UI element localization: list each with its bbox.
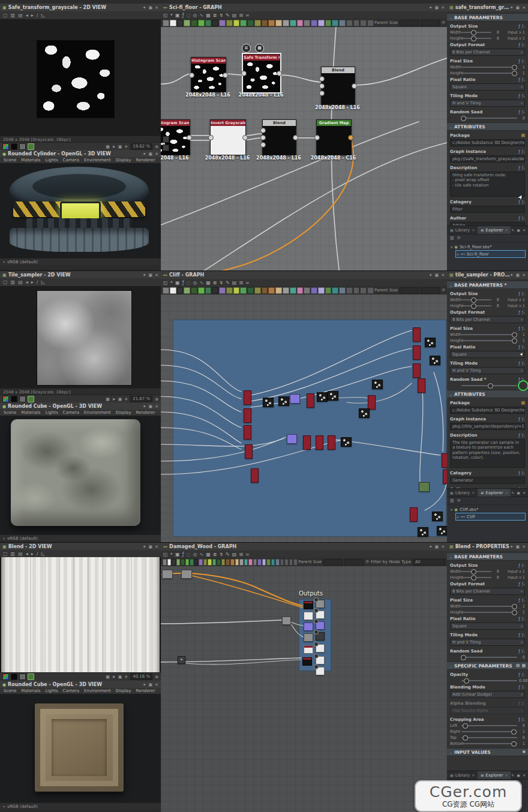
pan-icon[interactable]: ✛ — [124, 675, 128, 679]
input-port-2[interactable] — [319, 91, 325, 96]
palette-node-13[interactable] — [254, 287, 261, 294]
tab-library[interactable]: ▤Library✕ — [447, 771, 478, 779]
expand-arrow-icon[interactable]: ▸ — [457, 252, 459, 256]
slider-knob[interactable] — [512, 71, 517, 76]
menu-environment[interactable]: Environment — [84, 688, 111, 693]
slider-knob[interactable] — [471, 575, 476, 581]
function-icon[interactable]: ƒₓ — [522, 345, 525, 350]
menu-lights[interactable]: Lights — [45, 158, 58, 163]
save-icon[interactable]: ▥ — [11, 279, 16, 285]
palette-node-12[interactable] — [217, 559, 221, 566]
parent-size-height-select[interactable] — [344, 559, 364, 566]
transform-node[interactable] — [181, 570, 192, 579]
mini-node-thumbnail[interactable] — [418, 527, 428, 537]
view3d-viewport[interactable] — [0, 163, 161, 258]
palette-node-25[interactable] — [339, 287, 346, 294]
folder-open-icon[interactable]: ▤ — [521, 133, 525, 138]
description-textarea[interactable]: tiling safe transform node: - pixel wrap… — [450, 172, 525, 197]
wrench-icon[interactable]: ✦ — [143, 404, 146, 409]
palette-node-8[interactable] — [199, 559, 203, 566]
palette-node-2[interactable] — [177, 20, 184, 26]
tab-close-icon[interactable]: ✕ — [472, 773, 475, 777]
tree-child-row[interactable]: ▸⊷Sci-fi_floor — [455, 250, 526, 258]
slider-track[interactable] — [461, 299, 491, 300]
comment-icon[interactable]: ≣ — [213, 13, 217, 18]
palette-node-14[interactable] — [262, 20, 268, 26]
save-icon[interactable]: ▥ — [450, 236, 454, 240]
camera-icon[interactable]: ▣ — [175, 552, 180, 557]
wrench-icon[interactable]: ✦ — [510, 5, 514, 10]
input-port-3[interactable] — [260, 128, 266, 133]
function-link-icon[interactable]: ƒ — [518, 471, 520, 476]
output-port[interactable] — [242, 135, 248, 140]
colorspace-value[interactable]: sRGB (default) — [7, 536, 38, 541]
palette-node-10[interactable] — [233, 287, 240, 294]
function-icon[interactable]: ƒₓ — [522, 361, 525, 366]
parent-size-width-select[interactable] — [323, 559, 343, 566]
channel-gray-swatch[interactable] — [19, 396, 26, 402]
slider-track[interactable] — [461, 32, 491, 33]
layout-icon[interactable]: ⊞ — [239, 552, 243, 557]
dropdown-select[interactable]: 8 Bits per Channel▾ — [450, 588, 525, 595]
palette-node-29[interactable] — [293, 559, 298, 566]
palette-node-4[interactable] — [191, 287, 197, 294]
float-icon[interactable]: ▣ — [149, 404, 153, 409]
gear-icon[interactable]: ✱ — [522, 750, 526, 754]
align-icon[interactable]: ≍ — [245, 280, 250, 285]
function-link-icon[interactable]: ƒ — [518, 649, 520, 654]
slider-knob[interactable] — [488, 383, 493, 389]
output-port[interactable] — [348, 135, 353, 140]
fit-view-icon[interactable]: ◱ — [163, 13, 168, 18]
parent-size-width-select[interactable] — [400, 20, 419, 26]
comment-icon[interactable]: ≣ — [213, 552, 217, 557]
edit-icon[interactable]: ✎ — [511, 228, 514, 232]
function-icon[interactable]: ƒₓ — [522, 717, 525, 722]
palette-node-22[interactable] — [318, 287, 325, 294]
mini-node-red[interactable] — [316, 435, 323, 450]
float-icon[interactable]: ▣ — [435, 545, 439, 549]
float-icon[interactable]: ▣ — [516, 5, 520, 10]
refresh-icon[interactable]: ⟳ — [442, 20, 445, 25]
output-port[interactable] — [277, 71, 282, 76]
function-link-icon[interactable]: ƒ — [518, 166, 520, 170]
float-icon[interactable]: ▣ — [149, 682, 153, 687]
palette-node-26[interactable] — [280, 559, 284, 566]
palette-node-23[interactable] — [266, 559, 271, 566]
menu-lights[interactable]: Lights — [45, 410, 58, 415]
view2d-canvas[interactable] — [0, 19, 161, 136]
slider-track[interactable] — [461, 680, 517, 681]
expand-arrow-icon[interactable]: ▸ — [457, 515, 459, 519]
pan-icon[interactable]: ✛ — [124, 145, 128, 149]
wire-style-icon[interactable]: ∿ — [199, 280, 203, 285]
function-icon[interactable]: ƒₓ — [522, 417, 525, 422]
close-icon[interactable]: ✕ — [441, 273, 445, 278]
channel-black-swatch[interactable] — [11, 143, 17, 150]
wrench-icon[interactable]: ✦ — [143, 5, 146, 10]
palette-node-1[interactable] — [167, 559, 172, 566]
mini-node-red[interactable] — [413, 363, 421, 378]
palette-node-15[interactable] — [230, 559, 235, 566]
menu-scene[interactable]: Scene — [4, 158, 16, 163]
refresh-icon[interactable]: ⟳ — [457, 236, 461, 240]
mini-node-red[interactable] — [244, 408, 251, 423]
palette-node-25[interactable] — [275, 559, 280, 566]
dropdown-select[interactable]: Square▾ — [450, 622, 525, 630]
output-thumb-node[interactable] — [304, 601, 313, 609]
zoom-reset-icon[interactable]: ⊕ — [155, 145, 158, 149]
palette-node-0[interactable] — [163, 287, 169, 294]
ruler-icon[interactable]: ◺ — [41, 13, 44, 18]
expand-arrow-icon[interactable]: ▾ — [451, 507, 452, 512]
mini-node-purple[interactable] — [287, 434, 297, 444]
graph-canvas[interactable]: Histogram Scan2048x2048 - L16Safe Transf… — [161, 27, 447, 271]
new-icon[interactable]: ▢ — [3, 13, 8, 18]
function-icon[interactable]: ƒ — [182, 280, 184, 285]
output-port[interactable] — [223, 73, 228, 78]
tab-close-icon[interactable]: ✕ — [472, 491, 475, 495]
function-link-icon[interactable]: ƒ — [518, 433, 520, 438]
palette-node-27[interactable] — [353, 20, 360, 26]
float-icon[interactable]: ▣ — [435, 5, 439, 10]
close-icon[interactable]: ✕ — [523, 228, 526, 232]
slider-track[interactable] — [461, 737, 517, 738]
palette-node-17[interactable] — [239, 559, 244, 566]
curve-node[interactable] — [162, 570, 173, 579]
